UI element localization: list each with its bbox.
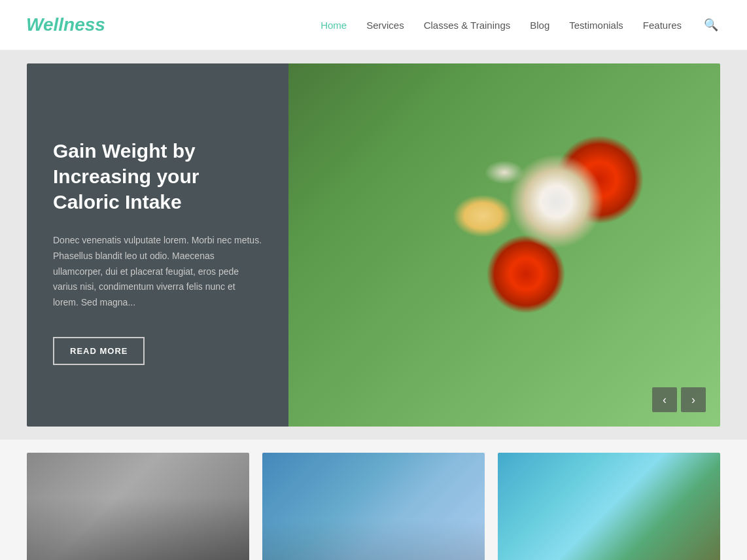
slider: Gain Weight by Increasing your Caloric I… xyxy=(27,63,720,427)
slider-prev-button[interactable]: ‹ xyxy=(652,387,677,412)
nav-item-features[interactable]: Features xyxy=(643,20,682,31)
nav-item-blog[interactable]: Blog xyxy=(530,20,549,31)
slide-description: Donec venenatis vulputate lorem. Morbi n… xyxy=(53,233,262,311)
main-nav: Home Services Classes & Trainings Blog T… xyxy=(321,15,721,35)
slider-next-button[interactable]: › xyxy=(681,387,706,412)
search-icon: 🔍 xyxy=(704,18,718,31)
cards-grid xyxy=(27,453,720,560)
hero-section: Gain Weight by Increasing your Caloric I… xyxy=(0,50,747,440)
nav-item-testimonials[interactable]: Testimonials xyxy=(569,20,623,31)
slide-title: Gain Weight by Increasing your Caloric I… xyxy=(53,138,262,215)
site-logo: Wellness xyxy=(26,14,105,35)
slide-image xyxy=(288,63,720,427)
search-button[interactable]: 🔍 xyxy=(701,15,721,35)
slide-content: Gain Weight by Increasing your Caloric I… xyxy=(27,63,288,427)
chevron-left-icon: ‹ xyxy=(663,393,667,407)
site-header: Wellness Home Services Classes & Trainin… xyxy=(0,0,747,50)
slide: Gain Weight by Increasing your Caloric I… xyxy=(27,63,720,427)
cards-section xyxy=(0,440,747,560)
nav-item-classes[interactable]: Classes & Trainings xyxy=(424,20,511,31)
read-more-button[interactable]: READ MORE xyxy=(53,337,145,365)
nav-item-services[interactable]: Services xyxy=(366,20,404,31)
chevron-right-icon: › xyxy=(691,393,695,407)
slide-image-bg xyxy=(288,63,720,427)
card-kayak[interactable] xyxy=(262,453,485,560)
card-gym[interactable] xyxy=(27,453,249,560)
card-beach[interactable] xyxy=(498,453,720,560)
nav-item-home[interactable]: Home xyxy=(321,20,347,31)
slider-nav: ‹ › xyxy=(652,387,706,412)
